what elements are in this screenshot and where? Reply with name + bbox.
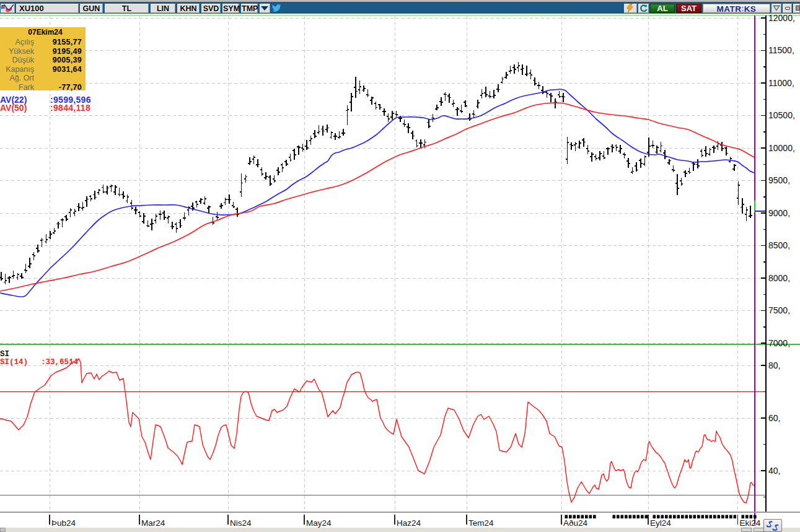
svg-text:7500,: 7500,	[768, 305, 790, 315]
svg-text:9500,: 9500,	[768, 175, 790, 185]
svg-text:Nis24: Nis24	[230, 518, 252, 528]
svg-text:Þub24: Þub24	[51, 518, 76, 528]
svg-text:60,: 60,	[768, 413, 780, 423]
svg-text:10000,: 10000,	[768, 143, 795, 153]
svg-text:7000,: 7000,	[768, 338, 790, 348]
svg-text:Eyl24: Eyl24	[650, 518, 671, 528]
svg-text:Haz24: Haz24	[397, 518, 421, 528]
svg-text:Mar24: Mar24	[141, 518, 165, 528]
svg-text:May24: May24	[306, 518, 332, 528]
svg-text:9000,: 9000,	[768, 208, 790, 218]
svg-text:10500,: 10500,	[768, 110, 795, 120]
svg-text:8000,: 8000,	[768, 273, 790, 283]
svg-text:80,: 80,	[768, 360, 780, 370]
svg-text:11000,: 11000,	[768, 78, 794, 88]
svg-text:11500,: 11500,	[768, 45, 794, 55]
svg-text:Eki24: Eki24	[740, 518, 761, 528]
svg-text:8500,: 8500,	[768, 240, 790, 250]
svg-text:Aðu24: Aðu24	[563, 518, 588, 528]
svg-text:40,: 40,	[768, 466, 780, 476]
svg-text:Tem24: Tem24	[468, 518, 494, 528]
